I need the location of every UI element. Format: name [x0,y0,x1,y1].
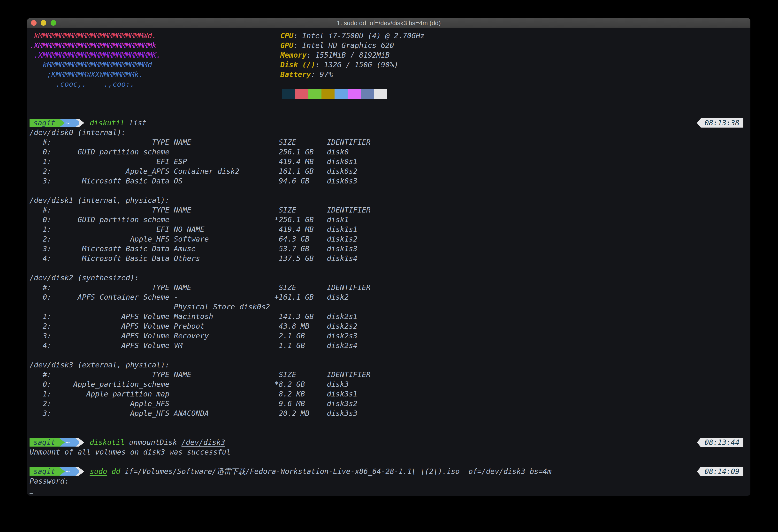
command-token: diskutil [90,438,125,447]
command-token: if=/Volumes/Software/迅雷下载/Fedora-Worksta… [120,467,552,476]
ascii-art-line: kMMMMMMMMMMMMMMMMMMMMMMMMWd. [29,31,161,41]
prompt-directory: ~ [65,438,70,447]
prompt-directory: ~ [65,467,70,476]
command-token: /dev/disk3 [181,438,225,447]
diskutil-output-disk3: /dev/disk3 (external, physical): #: TYPE… [29,360,371,418]
command-text-diskutil-list: diskutil list [90,118,146,128]
timestamp-text: 08:13:44 [705,438,740,447]
unmount-result-text: Unmount of all volumes on disk3 was succ… [29,447,231,457]
command-text-unmount-disk: diskutil unmountDisk /dev/disk3 [90,438,225,447]
timestamp-text: 08:14:09 [705,467,740,476]
info-value: : 132G / 150G (90%) [315,61,398,69]
ascii-art-line: ;KMMMMMMMWXXWMMMMMMMk. [29,70,161,79]
neofetch-system-info: CPU: Intel i7-7500U (4) @ 2.70GHzGPU: In… [280,31,424,79]
command-token: sudo [90,467,107,476]
prompt-row-2: sagit ~ diskutil unmountDisk /dev/disk3 … [29,438,751,447]
timestamp-text: 08:13:38 [705,119,740,127]
command-token: list [125,119,146,127]
info-value: : 97% [311,70,333,79]
command-token: diskutil [90,119,125,127]
ascii-art-line: .cooc,. .,coo:. [29,79,161,89]
timestamp-badge: 08:13:44 [701,438,744,447]
system-info-line: Battery: 97% [280,70,424,79]
color-swatch [295,89,308,99]
info-label: GPU [280,41,293,50]
system-info-line: GPU: Intel HD Graphics 620 [280,41,424,50]
window-title: 1. sudo dd of=/dev/disk3 bs=4m (dd) [27,18,751,28]
command-token: dd [111,467,120,476]
command-token [107,467,111,476]
prompt-user-segment: sagit [29,438,60,447]
command-text-sudo-dd: sudo dd if=/Volumes/Software/迅雷下载/Fedora… [90,467,551,476]
prompt-username: sagit [33,438,55,447]
color-swatch [282,89,295,99]
system-info-line: Disk (/): 132G / 150G (90%) [280,60,424,70]
color-swatch [374,89,387,99]
diskutil-output-disk0: /dev/disk0 (internal): #: TYPE NAME SIZE… [29,128,371,186]
color-swatch [347,89,361,99]
desktop-background: { "window": { "title": "1. sudo dd of=/d… [0,0,778,532]
terminal-window[interactable]: 1. sudo dd of=/dev/disk3 bs=4m (dd) kMMM… [27,18,751,496]
prompt-row-1: sagit ~ diskutil list 08:13:38 [29,118,751,128]
color-swatch [334,89,347,99]
ascii-art-line: .XMMMMMMMMMMMMMMMMMMMMMMMMMMk [29,41,161,50]
system-info-line: CPU: Intel i7-7500U (4) @ 2.70GHz [280,31,424,41]
diskutil-output-disk2: /dev/disk2 (synthesized): #: TYPE NAME S… [29,273,371,351]
terminal-cursor[interactable] [29,493,33,494]
command-token: unmountDisk [125,438,181,447]
prompt-directory: ~ [65,119,70,127]
window-titlebar[interactable]: 1. sudo dd of=/dev/disk3 bs=4m (dd) [27,18,751,28]
info-value: : Intel HD Graphics 620 [293,41,394,50]
neofetch-color-palette [282,89,387,99]
info-label: CPU [280,31,293,40]
timestamp-badge: 08:13:38 [701,119,744,128]
prompt-user-segment: sagit [29,119,60,127]
color-swatch [308,89,321,99]
neofetch-ascii-art: kMMMMMMMMMMMMMMMMMMMMMMMMWd..XMMMMMMMMMM… [29,31,161,89]
info-value: : Intel i7-7500U (4) @ 2.70GHz [293,31,424,40]
color-swatch [361,89,374,99]
ascii-art-line: kMMMMMMMMMMMMMMMMMMMMMMMd [29,60,161,70]
diskutil-output-disk1: /dev/disk1 (internal, physical): #: TYPE… [29,196,371,263]
info-label: Disk (/) [280,61,315,69]
info-label: Battery [280,70,311,79]
info-label: Memory [280,51,306,59]
system-info-line: Memory: 1551MiB / 8192MiB [280,50,424,60]
password-prompt-text: Password: [29,476,69,486]
ascii-art-line: .XMMMMMMMMMMMMMMMMMMMMMMMMMK. [29,50,161,60]
prompt-username: sagit [33,467,55,476]
prompt-user-segment: sagit [29,467,60,476]
prompt-row-3: sagit ~ sudo dd if=/Volumes/Software/迅雷下… [29,467,751,476]
info-value: : 1551MiB / 8192MiB [306,51,389,59]
color-swatch [321,89,334,99]
prompt-username: sagit [33,119,55,127]
timestamp-badge: 08:14:09 [701,467,744,476]
